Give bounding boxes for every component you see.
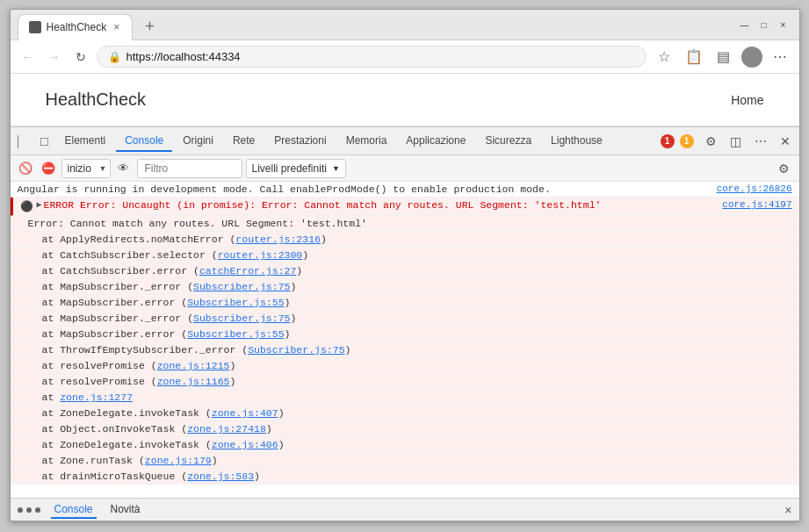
link-zone27418[interactable]: zone.js:27418 — [187, 423, 266, 435]
minimize-button[interactable]: — — [736, 18, 754, 31]
devtools-tabs: ⎸ □ Elementi Console Origini Rete Presta… — [11, 127, 799, 155]
console-detail-text-17: at drainMicroTaskQueue (zone.js:583) — [42, 471, 792, 482]
lock-icon: 🔒 — [108, 51, 121, 63]
profile-icon[interactable] — [741, 47, 762, 68]
console-error-detail-9: at ThrowIfEmptySubscriber._error (Subscr… — [11, 342, 799, 358]
status-dot-3 — [35, 507, 40, 513]
link-zone406[interactable]: zone.js:406 — [212, 439, 278, 450]
tab-memoria[interactable]: Memoria — [337, 131, 396, 152]
tab-sicurezza[interactable]: Sicurezza — [476, 131, 540, 152]
console-error-detail-16: at Zone.runTask (zone.js:179) — [11, 453, 799, 469]
tab-lighthouse[interactable]: Lighthouse — [542, 131, 611, 152]
console-detail-text-16: at Zone.runTask (zone.js:179) — [42, 455, 792, 466]
console-eye-button[interactable]: 👁 — [114, 159, 134, 178]
devtools-cursor-icon[interactable]: ⎸ — [14, 132, 33, 151]
tab-close-button[interactable]: × — [112, 21, 121, 33]
link-router2300[interactable]: router.js:2300 — [218, 249, 303, 261]
status-dots — [18, 507, 40, 513]
collections-icon[interactable]: ▤ — [711, 45, 736, 69]
tab-console[interactable]: Console — [116, 131, 172, 152]
link-subscriber75c[interactable]: Subscriber.js:75 — [248, 344, 344, 356]
console-detail-text-15: at ZoneDelegate.invokeTask (zone.js:406) — [42, 439, 792, 450]
console-error-detail-7: at MapSubscriber._error (Subscriber.js:7… — [11, 311, 799, 327]
devtools-inspect-icon[interactable]: □ — [35, 132, 54, 151]
console-settings-icon[interactable]: ⚙ — [775, 159, 794, 178]
link-subscriber75a[interactable]: Subscriber.js:75 — [193, 281, 290, 292]
console-error-detail-1: Error: Cannot match any routes. URL Segm… — [11, 216, 799, 232]
forward-button[interactable]: → — [44, 47, 65, 68]
tab-title: HealthCheck — [47, 21, 107, 33]
console-detail-text-2: at ApplyRedirects.noMatchError (router.j… — [42, 234, 792, 245]
tab-applicazione[interactable]: Applicazione — [397, 131, 474, 152]
favorites-icon[interactable]: 📋 — [682, 45, 706, 69]
status-close-button[interactable]: × — [784, 503, 791, 517]
console-detail-text-12: at zone.js:1277 — [42, 392, 792, 403]
console-detail-text-14: at Object.onInvokeTask (zone.js:27418) — [42, 423, 792, 435]
link-subscriber55a[interactable]: Subscriber.js:55 — [187, 297, 284, 308]
console-detail-text-11: at resolvePromise (zone.js:1165) — [42, 376, 792, 387]
link-router2316[interactable]: router.js:2316 — [235, 234, 321, 245]
console-error-detail-3: at CatchSubscriber.selector (router.js:2… — [11, 248, 799, 263]
status-bar: Console Novità × — [11, 498, 799, 521]
filter-wrapper: inizio ▼ — [61, 159, 111, 178]
window-close-button[interactable]: × — [775, 18, 792, 31]
link-catcherror27[interactable]: catchError.js:27 — [199, 265, 296, 277]
address-input[interactable]: 🔒 https://localhost:44334 — [97, 46, 646, 68]
tab-prestazioni[interactable]: Prestazioni — [265, 131, 335, 152]
devtools-more-icon[interactable]: ⋯ — [750, 131, 771, 152]
refresh-button[interactable]: ↻ — [70, 47, 91, 68]
devtools-dock-icon[interactable]: ◫ — [726, 131, 747, 152]
devtools-settings-icon[interactable]: ⚙ — [701, 131, 722, 152]
console-clear-button[interactable]: 🚫 — [16, 159, 35, 178]
console-error-detail-12: at zone.js:1277 — [11, 390, 799, 406]
bookmark-icon[interactable]: ☆ — [652, 45, 676, 69]
browser-tab-active[interactable]: HealthCheck × — [18, 14, 134, 40]
console-filter-icon[interactable]: ⛔ — [39, 159, 58, 178]
browser-window: HealthCheck × + — □ × ← → ↻ 🔒 https://lo… — [10, 9, 800, 521]
status-novita-tab[interactable]: Novità — [107, 501, 144, 519]
link-zone1277[interactable]: zone.js:1277 — [60, 392, 133, 403]
tab-origini[interactable]: Origini — [174, 131, 222, 152]
levels-arrow-icon: ▼ — [332, 164, 340, 173]
console-output: Angular is running in development mode. … — [11, 182, 799, 498]
warn-count: 1 — [680, 134, 694, 148]
page-content: HealthCheck Home — [11, 74, 799, 126]
console-context-select[interactable]: inizio — [61, 159, 111, 178]
new-tab-button[interactable]: + — [140, 18, 160, 36]
console-error-detail-15: at ZoneDelegate.invokeTask (zone.js:406) — [11, 437, 799, 453]
levels-select[interactable]: Livelli predefiniti ▼ — [246, 159, 346, 178]
tab-elementi[interactable]: Elementi — [56, 131, 115, 152]
maximize-button[interactable]: □ — [755, 18, 773, 31]
warn-badge: 1 — [680, 134, 694, 148]
toolbar-icons: ☆ 📋 ▤ ⋯ — [652, 45, 792, 69]
console-filter-input[interactable] — [137, 159, 242, 178]
status-console-tab[interactable]: Console — [51, 501, 97, 519]
link-zone1165[interactable]: zone.js:1165 — [157, 376, 230, 387]
link-zone1215[interactable]: zone.js:1215 — [157, 360, 230, 371]
settings-icon[interactable]: ⋯ — [768, 45, 792, 69]
console-detail-text-5: at MapSubscriber._error (Subscriber.js:7… — [42, 281, 792, 292]
levels-label: Livelli predefiniti — [252, 162, 327, 175]
link-subscriber75b[interactable]: Subscriber.js:75 — [193, 313, 290, 324]
link-zone407[interactable]: zone.js:407 — [212, 407, 278, 419]
console-detail-text-13: at ZoneDelegate.invokeTask (zone.js:407) — [42, 407, 792, 419]
tab-rete[interactable]: Rete — [224, 131, 264, 152]
nav-home-link[interactable]: Home — [731, 93, 763, 107]
address-bar: ← → ↻ 🔒 https://localhost:44334 ☆ 📋 ▤ ⋯ — [11, 40, 799, 74]
console-detail-text-10: at resolvePromise (zone.js:1215) — [42, 360, 792, 371]
link-zone583[interactable]: zone.js:583 — [187, 471, 254, 482]
console-source-core26826[interactable]: core.js:26826 — [710, 183, 792, 194]
console-error-detail-13: at ZoneDelegate.invokeTask (zone.js:407) — [11, 406, 799, 421]
back-button[interactable]: ← — [18, 47, 39, 68]
console-error-detail-4: at CatchSubscriber.error (catchError.js:… — [11, 263, 799, 279]
link-zone179[interactable]: zone.js:179 — [145, 455, 212, 466]
link-subscriber55b[interactable]: Subscriber.js:55 — [187, 328, 284, 340]
devtools-tab-icons: 1 1 ⚙ ◫ ⋯ ✕ — [661, 131, 796, 152]
console-error-detail-11: at resolvePromise (zone.js:1165) — [11, 374, 799, 390]
console-error-detail-10: at resolvePromise (zone.js:1215) — [11, 358, 799, 374]
window-controls: — □ × — [729, 10, 799, 40]
devtools-close-icon[interactable]: ✕ — [775, 131, 796, 152]
console-detail-text-9: at ThrowIfEmptySubscriber._error (Subscr… — [42, 344, 792, 356]
console-source-core4197[interactable]: core.js:4197 — [715, 199, 791, 210]
expand-arrow-icon[interactable]: ▶ — [37, 199, 42, 210]
